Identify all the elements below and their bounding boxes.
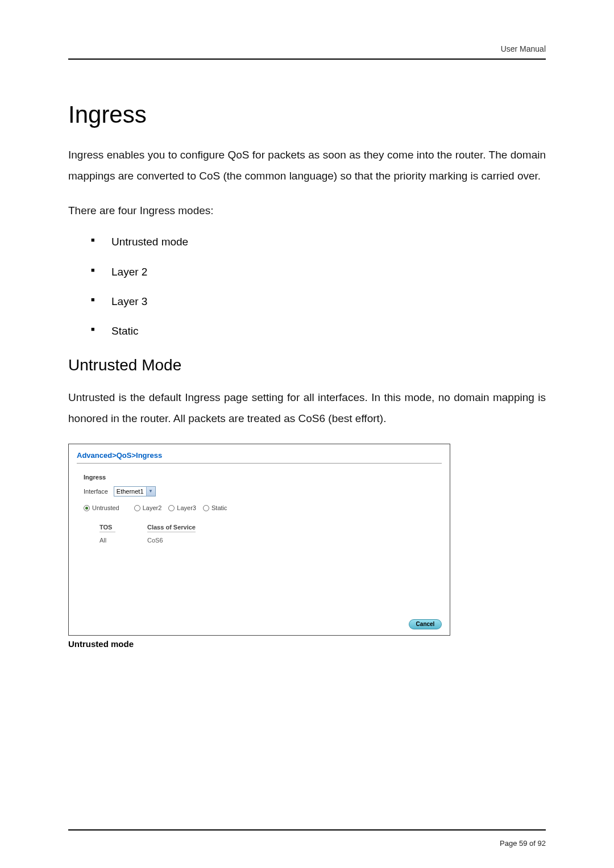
page-title: Ingress [68, 101, 546, 128]
tos-cos-table: TOS Class of Service All CoS6 [99, 524, 442, 544]
col-tos-header: TOS [99, 524, 115, 532]
ingress-config-panel: Advanced>QoS>Ingress Ingress Interface E… [68, 444, 450, 636]
chevron-down-icon: ▼ [146, 487, 155, 496]
list-item: Static [111, 323, 546, 340]
cos-value: CoS6 [147, 537, 163, 544]
radio-layer2[interactable] [134, 505, 140, 511]
list-item: Untrusted mode [111, 233, 546, 251]
interface-label: Interface [84, 488, 108, 495]
section-title-untrusted: Untrusted Mode [68, 356, 546, 374]
modes-list: Untrusted mode Layer 2 Layer 3 Static [68, 233, 546, 340]
interface-dropdown-value: Ethernet1 [114, 488, 146, 495]
interface-dropdown[interactable]: Ethernet1 ▼ [114, 486, 156, 496]
radio-untrusted[interactable] [84, 505, 90, 511]
tos-value: All [99, 537, 115, 544]
list-item: Layer 3 [111, 293, 546, 310]
radio-layer3-label: Layer3 [177, 504, 196, 511]
radio-static[interactable] [203, 505, 209, 511]
cancel-button[interactable]: Cancel [409, 619, 442, 629]
intro-paragraph: Ingress enables you to configure QoS for… [68, 144, 546, 186]
radio-layer2-label: Layer2 [143, 504, 162, 511]
header-divider [68, 59, 546, 60]
breadcrumb: Advanced>QoS>Ingress [77, 451, 442, 464]
col-cos-header: Class of Service [147, 524, 196, 532]
header-right-label: User Manual [501, 44, 546, 53]
footer-divider [68, 829, 546, 831]
list-item: Layer 2 [111, 264, 546, 281]
ingress-section-label: Ingress [84, 474, 442, 481]
radio-layer3[interactable] [168, 505, 175, 511]
radio-static-label: Static [211, 504, 227, 511]
ingress-mode-radios: Untrusted Layer2 Layer3 Static [84, 504, 442, 511]
untrusted-paragraph: Untrusted is the default Ingress page se… [68, 387, 546, 429]
page-number: Page 59 of 92 [500, 839, 546, 848]
radio-untrusted-label: Untrusted [92, 504, 119, 511]
interface-row: Interface Ethernet1 ▼ [84, 486, 442, 496]
modes-lead: There are four Ingress modes: [68, 200, 546, 221]
figure-caption: Untrusted mode [68, 639, 546, 649]
